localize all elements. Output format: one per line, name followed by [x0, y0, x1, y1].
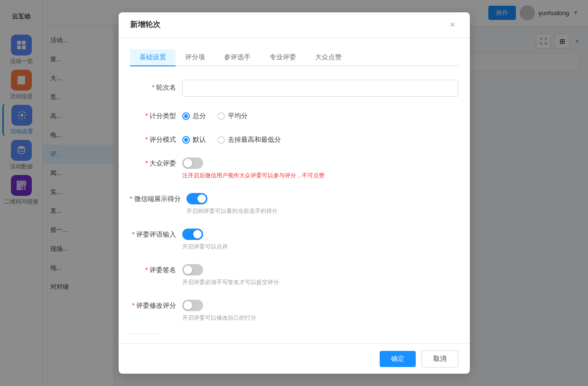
- score-mode-radio-group: 默认 去掉最高和最低分: [182, 132, 458, 144]
- radio-remove[interactable]: 去掉最高和最低分: [217, 136, 281, 144]
- judge-comment-field: 开启评委可以点评: [182, 227, 458, 251]
- round-name-label: * 轮次名: [130, 80, 182, 92]
- form-row-public-judge: * 大众评委 注开启后微信用户视作大众评委可以参与评分，不可点赞: [130, 156, 458, 180]
- score-mode-label: * 评分模式: [130, 132, 182, 144]
- radio-remove-circle: [217, 136, 225, 144]
- required-star: *: [145, 266, 148, 274]
- radio-default[interactable]: 默认: [182, 136, 206, 144]
- required-star: *: [145, 159, 148, 167]
- public-judge-field: 注开启后微信用户视作大众评委可以参与评分，不可点赞: [182, 156, 458, 180]
- form-row-score-mode: * 评分模式 默认 去掉最高和最低分: [130, 132, 458, 144]
- required-star: *: [130, 195, 132, 202]
- judge-comment-hint: 开启评委可以点评: [182, 243, 458, 251]
- cancel-button[interactable]: 取消: [421, 350, 458, 368]
- radio-default-label: 默认: [193, 136, 206, 144]
- spacer: [130, 334, 458, 343]
- tab-basic[interactable]: 基础设置: [130, 49, 176, 66]
- required-star: *: [145, 112, 148, 119]
- toggle-knob: [184, 301, 192, 310]
- public-judge-toggle-wrap: [182, 156, 458, 169]
- toggle-knob: [184, 266, 192, 274]
- required-star: *: [152, 83, 154, 91]
- radio-total[interactable]: 总分: [182, 112, 206, 120]
- form-row-judge-sign: * 评委签名 开启评委必须手写签名才可以提交评分: [130, 262, 458, 286]
- judge-sign-field: 开启评委必须手写签名才可以提交评分: [182, 262, 458, 286]
- score-type-radio-group: 总分 平均分: [182, 108, 458, 120]
- form-row-round-name: * 轮次名: [130, 80, 458, 97]
- judge-comment-label: * 评委评语输入: [130, 227, 182, 239]
- modal-footer: 确定 取消: [119, 343, 470, 374]
- required-star: *: [145, 136, 148, 143]
- public-judge-toggle[interactable]: [182, 157, 203, 169]
- radio-total-circle: [182, 112, 190, 120]
- radio-average[interactable]: 平均分: [217, 112, 248, 120]
- tab-public[interactable]: 大众点赞: [306, 49, 351, 66]
- wechat-score-toggle-wrap: [187, 191, 458, 204]
- required-star: *: [132, 230, 134, 238]
- tab-contestant[interactable]: 参评选手: [215, 49, 260, 66]
- required-star: *: [132, 302, 134, 309]
- toggle-knob: [193, 230, 202, 239]
- tab-bar: 基础设置 评分项 参评选手 专业评委 大众点赞: [130, 49, 458, 66]
- wechat-score-toggle[interactable]: [187, 193, 207, 204]
- score-type-field: 总分 平均分: [182, 108, 458, 120]
- wechat-score-hint: 开启则评委可以看到当前选手的得分: [187, 207, 458, 215]
- judge-comment-toggle[interactable]: [182, 229, 203, 240]
- wechat-score-label: * 微信端展示得分: [130, 191, 187, 203]
- radio-remove-label: 去掉最高和最低分: [228, 136, 281, 144]
- modal-overlay: 新增轮次 × 基础设置 评分项 参评选手 专业评委 大众点赞 * 轮次名: [0, 0, 588, 386]
- radio-total-label: 总分: [193, 112, 206, 120]
- judge-comment-toggle-wrap: [182, 227, 458, 240]
- judge-edit-field: 开启评委可以修改自己的打分: [182, 298, 458, 322]
- public-judge-label: * 大众评委: [130, 156, 182, 168]
- toggle-knob: [184, 159, 192, 167]
- tab-scoring[interactable]: 评分项: [176, 49, 215, 66]
- public-judge-warn: 注开启后微信用户视作大众评委可以参与评分，不可点赞: [182, 172, 458, 180]
- wechat-score-field: 开启则评委可以看到当前选手的得分: [187, 191, 458, 215]
- form-row-wechat-score: * 微信端展示得分 开启则评委可以看到当前选手的得分: [130, 191, 458, 215]
- judge-edit-label: * 评委修改评分: [130, 298, 182, 310]
- form-row-score-type: * 计分类型 总分 平均分: [130, 108, 458, 120]
- radio-average-circle: [217, 112, 225, 120]
- judge-sign-toggle[interactable]: [182, 264, 203, 276]
- tab-professional[interactable]: 专业评委: [260, 49, 306, 66]
- radio-average-label: 平均分: [228, 112, 248, 120]
- score-type-label: * 计分类型: [130, 108, 182, 120]
- modal-body: 基础设置 评分项 参评选手 专业评委 大众点赞 * 轮次名 * 计分类型: [119, 38, 470, 343]
- modal-header: 新增轮次 ×: [119, 12, 470, 38]
- form-row-judge-edit: * 评委修改评分 开启评委可以修改自己的打分: [130, 298, 458, 322]
- modal-dialog: 新增轮次 × 基础设置 评分项 参评选手 专业评委 大众点赞 * 轮次名: [119, 12, 470, 374]
- judge-edit-toggle-wrap: [182, 298, 458, 311]
- score-mode-field: 默认 去掉最高和最低分: [182, 132, 458, 144]
- judge-sign-hint: 开启评委必须手写签名才可以提交评分: [182, 278, 458, 286]
- judge-edit-hint: 开启评委可以修改自己的打分: [182, 314, 458, 322]
- judge-sign-label: * 评委签名: [130, 262, 182, 275]
- judge-edit-toggle[interactable]: [182, 300, 203, 311]
- toggle-knob: [197, 194, 206, 203]
- modal-title: 新增轮次: [130, 20, 160, 30]
- judge-sign-toggle-wrap: [182, 262, 458, 276]
- round-name-input[interactable]: [182, 80, 458, 97]
- round-name-field: [182, 80, 458, 97]
- modal-close-button[interactable]: ×: [447, 19, 458, 31]
- form-row-judge-comment: * 评委评语输入 开启评委可以点评: [130, 227, 458, 251]
- radio-default-circle: [182, 136, 190, 144]
- confirm-button[interactable]: 确定: [380, 351, 416, 367]
